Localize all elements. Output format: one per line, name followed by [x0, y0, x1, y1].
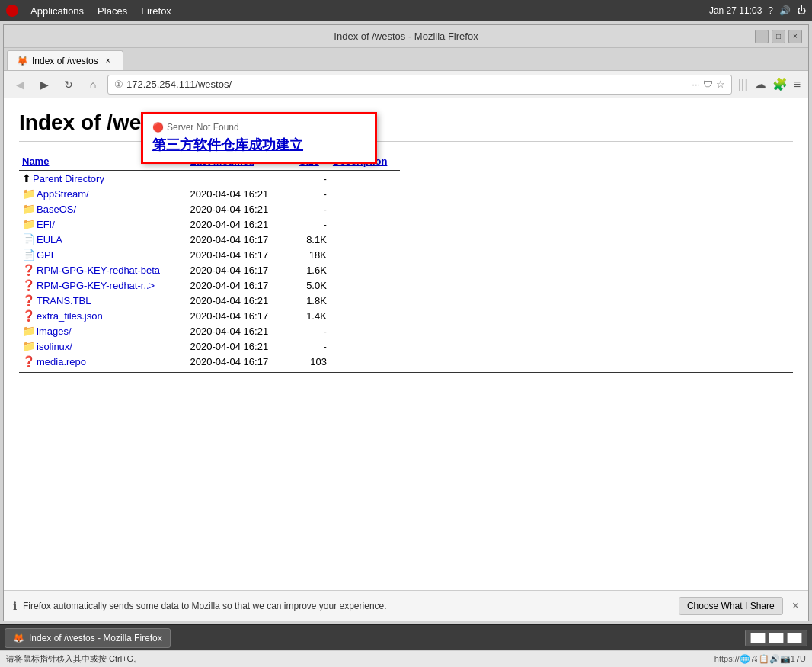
- error-overlay: 🔴 Server Not Found 第三方软件仓库成功建立: [141, 112, 377, 164]
- file-date-cell: 2020-04-04 16:17: [187, 308, 296, 323]
- file-name-cell: 📁images/: [19, 323, 187, 338]
- minimize-button[interactable]: –: [755, 30, 769, 43]
- file-size-cell: 1.8K: [296, 293, 330, 308]
- close-button[interactable]: ×: [788, 30, 802, 43]
- file-link[interactable]: images/: [37, 325, 72, 337]
- file-link[interactable]: BaseOS/: [37, 204, 76, 215]
- file-size-cell: 1.6K: [296, 262, 330, 277]
- file-date-cell: 2020-04-04 16:21: [187, 186, 296, 201]
- error-overlay-link[interactable]: 第三方软件仓库成功建立: [152, 136, 366, 154]
- tab-favicon: 🦊: [17, 56, 27, 66]
- file-icon: ❓: [22, 264, 35, 276]
- file-desc-cell: [330, 247, 400, 262]
- file-link[interactable]: Parent Directory: [33, 173, 104, 184]
- sort-name-link[interactable]: Name: [22, 156, 49, 167]
- file-link[interactable]: EFI/: [37, 219, 55, 230]
- file-desc-cell: [330, 171, 400, 187]
- system-bar: Applications Places Firefox Jan 27 11:03…: [0, 0, 812, 21]
- choose-what-share-button[interactable]: Choose What I Share: [679, 597, 783, 615]
- status-right-icons: https://🌐🖨📋🔊📷17U: [714, 654, 806, 664]
- browser-content: 🔴 Server Not Found 第三方软件仓库成功建立 Index of …: [4, 98, 808, 590]
- notification-close-button[interactable]: ×: [792, 599, 799, 613]
- applications-menu[interactable]: Applications: [24, 4, 90, 18]
- file-name-cell: 📁AppStream/: [19, 186, 187, 201]
- file-size-cell: -: [296, 201, 330, 216]
- notification-bar: ℹ Firefox automatically sends some data …: [4, 590, 808, 621]
- sync-icon[interactable]: ☁: [753, 75, 768, 93]
- forward-button[interactable]: ▶: [34, 75, 54, 95]
- tab-close-button[interactable]: ×: [103, 56, 113, 66]
- power-icon[interactable]: ⏻: [797, 5, 806, 16]
- file-name-cell: 📁EFI/: [19, 216, 187, 232]
- table-row: 📁EFI/2020-04-04 16:21-: [19, 216, 400, 232]
- file-link[interactable]: AppStream/: [37, 188, 89, 200]
- file-date-cell: 2020-04-04 16:21: [187, 338, 296, 354]
- file-icon: 📁: [22, 203, 35, 215]
- file-desc-cell: [330, 308, 400, 323]
- file-link[interactable]: RPM-GPG-KEY-redhat-r..>: [37, 280, 155, 291]
- volume-icon[interactable]: 🔊: [779, 5, 791, 16]
- file-name-cell: ❓extra_files.json: [19, 308, 187, 323]
- nav-right-icons: ||| ☁ 🧩 ≡: [737, 75, 802, 93]
- file-desc-cell: [330, 262, 400, 277]
- file-desc-cell: [330, 232, 400, 247]
- file-link[interactable]: RPM-GPG-KEY-redhat-beta: [37, 265, 160, 276]
- file-name-cell: ❓TRANS.TBL: [19, 293, 187, 308]
- file-size-cell: 1.4K: [296, 308, 330, 323]
- file-date-cell: 2020-04-04 16:21: [187, 216, 296, 232]
- file-size-cell: 5.0K: [296, 277, 330, 293]
- status-bar-right: https://🌐🖨📋🔊📷17U: [714, 654, 806, 664]
- shield-icon[interactable]: 🛡: [703, 79, 713, 90]
- places-menu[interactable]: Places: [91, 4, 133, 18]
- file-link[interactable]: EULA: [37, 234, 62, 245]
- file-name-cell: ❓media.repo: [19, 354, 187, 369]
- url-security-icon: ①: [114, 79, 123, 90]
- table-bottom-rule: [19, 372, 793, 373]
- more-icon[interactable]: ···: [692, 79, 700, 90]
- file-icon: 📄: [22, 249, 35, 261]
- taskbar: 🦊 Index of /westos - Mozilla Firefox: [0, 624, 812, 650]
- table-row: 📄GPL2020-04-04 16:1718K: [19, 247, 400, 262]
- file-size-cell: 8.1K: [296, 232, 330, 247]
- menu-icon[interactable]: ≡: [792, 76, 802, 93]
- taskbar-firefox-item[interactable]: 🦊 Index of /westos - Mozilla Firefox: [5, 628, 171, 648]
- back-button[interactable]: ◀: [10, 75, 30, 95]
- extensions-icon[interactable]: 🧩: [771, 75, 789, 93]
- reload-button[interactable]: ↻: [59, 75, 78, 95]
- file-link[interactable]: GPL: [37, 249, 56, 261]
- tab-index-westos[interactable]: 🦊 Index of /westos ×: [7, 50, 123, 70]
- error-overlay-title: 🔴 Server Not Found: [152, 122, 366, 133]
- file-name-cell: ❓RPM-GPG-KEY-redhat-beta: [19, 262, 187, 277]
- firefox-window: Index of /westos - Mozilla Firefox – □ ×…: [3, 24, 809, 621]
- library-icon[interactable]: |||: [737, 76, 749, 93]
- file-link[interactable]: media.repo: [37, 356, 86, 367]
- file-list-body: ⬆Parent Directory-📁AppStream/2020-04-04 …: [19, 171, 400, 370]
- file-link[interactable]: isolinux/: [37, 341, 72, 352]
- file-date-cell: 2020-04-04 16:17: [187, 277, 296, 293]
- file-link[interactable]: TRANS.TBL: [37, 295, 91, 306]
- home-button[interactable]: ⌂: [83, 75, 103, 95]
- taskbar-box-3: [787, 633, 802, 643]
- firefox-menu-top[interactable]: Firefox: [135, 4, 177, 18]
- file-size-cell: 18K: [296, 247, 330, 262]
- table-row: 📁AppStream/2020-04-04 16:21-: [19, 186, 400, 201]
- file-desc-cell: [330, 354, 400, 369]
- maximize-button[interactable]: □: [772, 30, 785, 43]
- file-name-cell: ⬆Parent Directory: [19, 171, 187, 187]
- file-link[interactable]: extra_files.json: [37, 310, 103, 322]
- table-row: 📄EULA2020-04-04 16:178.1K: [19, 232, 400, 247]
- taskbar-box-2: [769, 633, 784, 643]
- file-icon: 📁: [22, 340, 35, 352]
- error-icon: 🔴: [152, 122, 164, 133]
- file-name-cell: 📁isolinux/: [19, 338, 187, 354]
- file-date-cell: 2020-04-04 16:17: [187, 262, 296, 277]
- file-desc-cell: [330, 216, 400, 232]
- file-date-cell: 2020-04-04 16:17: [187, 247, 296, 262]
- network-icon[interactable]: ?: [768, 5, 773, 16]
- url-right-icons: ··· 🛡 ☆: [692, 79, 725, 90]
- table-row: ❓RPM-GPG-KEY-redhat-r..>2020-04-04 16:17…: [19, 277, 400, 293]
- url-bar[interactable]: ① 172.25.254.111/westos/ ··· 🛡 ☆: [107, 75, 732, 95]
- file-size-cell: -: [296, 338, 330, 354]
- bookmark-icon[interactable]: ☆: [716, 79, 725, 90]
- file-desc-cell: [330, 201, 400, 216]
